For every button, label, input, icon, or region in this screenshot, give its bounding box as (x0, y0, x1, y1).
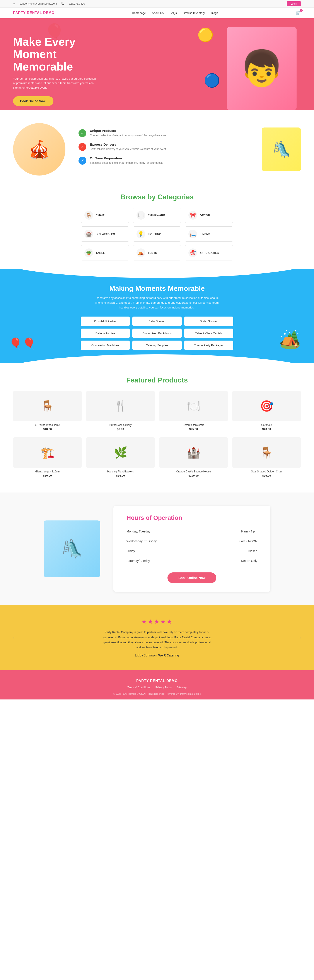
nav-homepage[interactable]: Homepage (132, 11, 146, 14)
product-price-6: $290.00 (159, 474, 228, 477)
cat-chinaware-label: CHINAWARE (148, 214, 165, 217)
top-bar-phone: 727.276.3510 (69, 2, 85, 5)
hero-balloon-blue: 🔵 (204, 73, 220, 88)
hero-content: Make Every Moment Memorable Your perfect… (13, 36, 96, 106)
cat-lighting[interactable]: 💡 LIGHTING (133, 226, 181, 242)
nav-blogs[interactable]: Blogs (211, 11, 218, 14)
cat-yard-games-label: YARD GAMES (200, 251, 219, 255)
cat-table-label: TABLE (96, 251, 105, 255)
product-price-7: $25.00 (232, 474, 301, 477)
cart-badge: 0 (300, 9, 303, 12)
product-name-6: Orange Castle Bounce House (159, 470, 228, 473)
product-card-2: 🍽️ Ceramic tableware $25.00 (159, 391, 228, 431)
product-price-3: $40.00 (232, 428, 301, 431)
cat-chinaware-thumb: 🍽️ (136, 211, 145, 220)
product-name-5: Hanging Plant Baskets (86, 470, 155, 473)
cat-chair[interactable]: 🪑 CHAIR (81, 208, 129, 223)
product-card-6: 🏰 Orange Castle Bounce House $290.00 (159, 437, 228, 477)
cat-inflatables[interactable]: 🏰 INFLATABLES (81, 226, 129, 242)
moment-balloon-archies[interactable]: Balloon Archies (81, 329, 130, 338)
cat-linens-label: LINENS (200, 232, 210, 236)
cat-decor[interactable]: 🎀 DECOR (185, 208, 233, 223)
moments-body: Transform any occasion into something ex… (94, 296, 220, 310)
hours-book-button[interactable]: Book Online Now (168, 573, 216, 583)
moment-bridal-shower[interactable]: Bridal Shower (184, 317, 233, 326)
cat-linens[interactable]: 🛏️ LINENS (185, 226, 233, 242)
feature-prep-title: On Time Preparation (90, 156, 163, 160)
hero-image: 👦 (227, 27, 297, 110)
feature-delivery-text: Express Delivery Swift, reliable deliver… (90, 143, 166, 151)
login-button[interactable]: Login (287, 1, 301, 6)
moment-concession-machines[interactable]: Concession Machines (81, 340, 130, 350)
product-img-0: 🪑 (13, 391, 82, 422)
moment-catering-supplies[interactable]: Catering Supplies (132, 340, 181, 350)
product-img-5: 🌿 (86, 437, 155, 468)
features-list: ✓ Unique Products Curated collection of … (78, 129, 249, 170)
feature-unique-body: Curated collection of elegant rentals yo… (90, 134, 166, 137)
prep-icon: ✓ (78, 157, 86, 165)
delivery-icon: ✓ (78, 143, 86, 151)
features-section: 🎪 ✓ Unique Products Curated collection o… (0, 110, 314, 184)
product-img-4: 🏗️ (13, 437, 82, 468)
hours-table: Monday, Tuesday 9 am - 4 pm Wednesday, T… (127, 527, 257, 566)
hero-headline: Make Every Moment Memorable (13, 36, 96, 73)
feature-prep-body: Seamless setup and expert arrangement, r… (90, 161, 163, 165)
hours-row-0: Monday, Tuesday 9 am - 4 pm (127, 527, 257, 536)
hero-balloon-yellow: 🟡 (197, 27, 214, 43)
hours-day-0: Monday, Tuesday (127, 527, 208, 536)
categories-section: Browse by Categories 🪑 CHAIR 🍽️ CHINAWAR… (0, 184, 314, 269)
cat-tents-thumb: ⛺ (136, 248, 145, 257)
product-card-3: 🎯 Cornhole $40.00 (232, 391, 301, 431)
moment-theme-packages[interactable]: Theme Party Packages (184, 340, 233, 350)
blue-section-balloons: 🎈🎈 (9, 337, 36, 350)
feature-unique-text: Unique Products Curated collection of el… (90, 129, 166, 137)
products-grid-row1: 🪑 6' Round Wood Table $18.00 🍴 Burnt Ros… (13, 391, 301, 431)
hours-time-0: 9 am - 4 pm (208, 527, 257, 536)
product-name-7: Oval Shaped Golden Chair (232, 470, 301, 473)
product-img-7: 🪑 (232, 437, 301, 468)
features-slide-image: 🛝 (262, 127, 301, 171)
cat-lighting-thumb: 💡 (136, 230, 145, 239)
footer-terms[interactable]: Terms & Conditions (128, 686, 150, 689)
moment-table-chair-rentals[interactable]: Table & Chair Rentals (184, 329, 233, 338)
cat-chinaware[interactable]: 🍽️ CHINAWARE (133, 208, 181, 223)
navbar: PARTY RENTAL DEMO Homepage About Us FAQs… (0, 8, 314, 18)
categories-grid: 🪑 CHAIR 🍽️ CHINAWARE 🎀 DECOR 🏰 INFLATABL… (81, 208, 233, 261)
feature-item-prep: ✓ On Time Preparation Seamless setup and… (78, 156, 249, 165)
blue-section-tent-image: 🏕️ (279, 329, 301, 350)
products-grid-row2: 🏗️ Giant Jenga - 110cm $30.00 🌿 Hanging … (13, 437, 301, 477)
product-price-1: $6.90 (86, 428, 155, 431)
cart-icon[interactable]: 🛒0 (295, 10, 301, 16)
moment-customized-backdrops[interactable]: Customized Backdrops (132, 329, 181, 338)
cat-tents[interactable]: ⛺ TENTS (133, 245, 181, 261)
hours-day-2: Friday (127, 546, 208, 556)
cat-yard-games[interactable]: 🎯 YARD GAMES (185, 245, 233, 261)
nav-about[interactable]: About Us (152, 11, 163, 14)
top-bar-email: support@partyrentalsdemo.com (20, 2, 57, 5)
footer-logo: PARTY RENTAL DEMO (13, 679, 301, 683)
testimonial-body: Party Rental Company is great to partner… (103, 630, 211, 650)
hours-content: Hours of Operation Monday, Tuesday 9 am … (113, 506, 270, 592)
footer-sitemap[interactable]: Sitemap (177, 686, 186, 689)
testimonial-next-button[interactable]: › (299, 635, 301, 641)
cat-chair-label: CHAIR (96, 214, 105, 217)
top-bar-left: ✉ support@partyrentalsdemo.com 📞 727.276… (13, 2, 85, 5)
moment-kids-parties[interactable]: Kids/Adult Parties (81, 317, 130, 326)
testimonial-prev-button[interactable]: ‹ (13, 635, 15, 641)
product-card-4: 🏗️ Giant Jenga - 110cm $30.00 (13, 437, 82, 477)
cat-yard-games-thumb: 🎯 (189, 248, 197, 257)
nav-faqs[interactable]: FAQs (170, 11, 177, 14)
cat-tents-label: TENTS (148, 251, 157, 255)
feature-delivery-title: Express Delivery (90, 143, 166, 146)
product-name-2: Ceramic tableware (159, 423, 228, 426)
moment-baby-shower[interactable]: Baby Shower (132, 317, 181, 326)
nav-links: Homepage About Us FAQs Browse Inventory … (132, 11, 218, 14)
cat-chair-thumb: 🪑 (84, 211, 93, 220)
product-name-0: 6' Round Wood Table (13, 423, 82, 426)
cat-table[interactable]: 🪴 TABLE (81, 245, 129, 261)
hero-cta-button[interactable]: Book Online Now! (13, 96, 54, 106)
unique-icon: ✓ (78, 129, 86, 137)
product-card-0: 🪑 6' Round Wood Table $18.00 (13, 391, 82, 431)
nav-browse[interactable]: Browse Inventory (183, 11, 205, 14)
footer-privacy[interactable]: Privacy Policy (155, 686, 172, 689)
